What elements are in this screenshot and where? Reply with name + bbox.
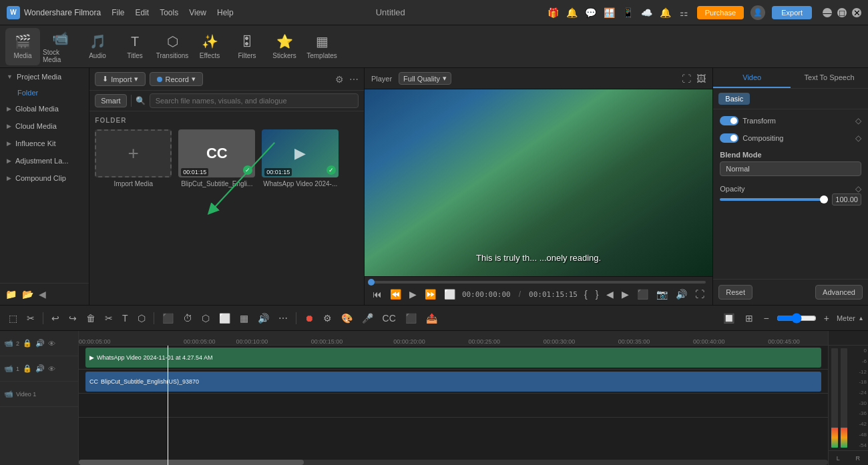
redo-button[interactable]: ↪: [65, 311, 80, 326]
bell-icon[interactable]: 🔔: [566, 7, 578, 19]
export-button[interactable]: Export: [772, 6, 812, 19]
gift-icon[interactable]: 🎁: [548, 7, 560, 19]
folder-new-icon[interactable]: 📂: [22, 289, 33, 300]
group-button[interactable]: ▦: [236, 311, 252, 326]
blend-mode-select[interactable]: NormalDissolveDarkenMultiplyColor BurnHa…: [720, 161, 861, 176]
subtitle-clip[interactable]: CC BlipCut_Subtitle_English(US)_93870: [85, 372, 821, 392]
trim-tool-button[interactable]: ✂: [23, 311, 38, 326]
menu-help[interactable]: Help: [217, 8, 234, 17]
track-lock-button2[interactable]: 🔒: [22, 364, 33, 374]
timeline-scrollbar[interactable]: [79, 460, 828, 465]
subtitle-button[interactable]: CC: [379, 311, 399, 326]
sidebar-item-global-media[interactable]: ▶ Global Media: [0, 100, 89, 117]
toolbar-transitions[interactable]: ⬡ Transitions: [155, 28, 190, 65]
record-tl-button[interactable]: ⏺: [301, 311, 317, 326]
bell2-icon[interactable]: 🔔: [660, 7, 672, 19]
transition-insert-button[interactable]: ⬡: [134, 311, 149, 326]
toolbar-audio[interactable]: 🎵 Audio: [80, 28, 115, 65]
output-button[interactable]: 📤: [423, 311, 441, 326]
toolbar-templates[interactable]: ▦ Templates: [304, 28, 339, 65]
sidebar-item-folder[interactable]: Folder: [0, 85, 89, 100]
track-eye-button2[interactable]: 👁: [47, 364, 56, 374]
fullscreen-button[interactable]: ⛶: [694, 288, 706, 301]
quality-select[interactable]: Full Quality ▾: [399, 72, 451, 85]
transform-keyframe-icon[interactable]: ◇: [855, 116, 861, 125]
duration-button[interactable]: ⏱: [180, 311, 196, 326]
grid-button[interactable]: ⊞: [742, 311, 756, 326]
track-mute-button[interactable]: 🔊: [35, 338, 45, 348]
list-item[interactable]: CC 00:01:15 ✓ BlipCut_Subtitle_Engli...: [178, 129, 255, 187]
toolbar-media[interactable]: 🎬 Media: [5, 28, 40, 65]
toolbar-filters[interactable]: 🎛 Filters: [230, 28, 264, 65]
import-button[interactable]: ⬇ Import ▾: [95, 72, 146, 86]
snapshot-button[interactable]: 📷: [655, 288, 669, 301]
menu-file[interactable]: File: [112, 8, 124, 17]
toolbar-stock-media[interactable]: 📹 Stock Media: [43, 28, 77, 65]
search-input[interactable]: [150, 93, 359, 108]
sidebar-item-cloud-media[interactable]: ▶ Cloud Media: [0, 117, 89, 135]
menu-view[interactable]: View: [189, 8, 206, 17]
prev-frame-button[interactable]: ◀: [605, 288, 615, 301]
text-button[interactable]: T: [119, 311, 132, 326]
collapse-icon[interactable]: ◀: [39, 289, 46, 300]
zoom-in-button[interactable]: +: [821, 311, 833, 326]
zoom-out-button[interactable]: −: [761, 311, 773, 326]
volume-button[interactable]: 🔊: [674, 288, 688, 301]
chat-icon[interactable]: 💬: [585, 7, 597, 19]
multi-track-button[interactable]: ⬛: [402, 311, 420, 326]
menu-tools[interactable]: Tools: [160, 8, 178, 17]
tab-video[interactable]: Video: [713, 68, 791, 88]
user-avatar[interactable]: 👤: [750, 5, 765, 20]
cut-button[interactable]: ✂: [101, 311, 116, 326]
skip-back-button[interactable]: ⏮: [371, 288, 383, 301]
step-back-button[interactable]: ⏪: [389, 288, 403, 301]
undo-button[interactable]: ↩: [48, 311, 63, 326]
advanced-button[interactable]: Advanced: [815, 285, 863, 300]
next-frame-button[interactable]: ▶: [620, 288, 630, 301]
progress-bar[interactable]: [371, 281, 706, 284]
cloud-icon[interactable]: ☁️: [641, 7, 653, 19]
opacity-slider[interactable]: [720, 198, 828, 201]
split-button[interactable]: ⬛: [636, 288, 650, 301]
play-button[interactable]: ▶: [408, 288, 418, 301]
audio-button[interactable]: 🔊: [254, 311, 272, 326]
mic-button[interactable]: 🎤: [359, 311, 377, 326]
close-button[interactable]: ✕: [852, 8, 861, 17]
split-clip-button[interactable]: ⬛: [159, 311, 177, 326]
minimize-button[interactable]: —: [823, 8, 832, 17]
sidebar-item-adjustment-layer[interactable]: ▶ Adjustment La...: [0, 152, 89, 169]
select-tool-button[interactable]: ⬚: [5, 311, 21, 326]
more-icon[interactable]: ⋯: [349, 74, 359, 85]
resize-icon[interactable]: ⛶: [682, 73, 691, 84]
fullscreen-preview-button[interactable]: ⬜: [443, 288, 457, 301]
toolbar-stickers[interactable]: ⭐ Stickers: [267, 28, 302, 65]
filter-icon[interactable]: ⚙: [335, 74, 344, 85]
tab-text-to-speech[interactable]: Text To Speech: [791, 68, 868, 88]
zoom-slider[interactable]: [777, 313, 817, 324]
video-clip[interactable]: ▶ WhatsApp Video 2024-11-01 at 4.27.54 A…: [85, 348, 821, 368]
compositing-toggle[interactable]: [720, 133, 738, 143]
step-forward-button[interactable]: ⏩: [423, 288, 437, 301]
smart-button[interactable]: Smart: [95, 94, 126, 107]
track-eye-button[interactable]: 👁: [47, 339, 56, 348]
transform-toggle[interactable]: [720, 116, 738, 125]
snap-button[interactable]: 🔲: [720, 311, 738, 326]
toolbar-effects[interactable]: ✨ Effects: [192, 28, 227, 65]
maximize-button[interactable]: □: [837, 8, 847, 17]
phone-icon[interactable]: 📱: [622, 7, 634, 19]
track-mute-button2[interactable]: 🔊: [35, 364, 45, 374]
sidebar-item-compound-clip[interactable]: ▶ Compound Clip: [0, 169, 89, 187]
toolbar-titles[interactable]: T Titles: [118, 28, 152, 65]
ai-button[interactable]: ⚙: [320, 311, 335, 326]
list-item[interactable]: + Import Media: [95, 129, 172, 187]
mark-in-button[interactable]: {: [583, 288, 589, 301]
track-lock-button[interactable]: 🔒: [22, 338, 33, 348]
delete-button[interactable]: 🗑: [83, 311, 99, 326]
list-item[interactable]: ▶ 00:01:15 ✓ WhatsApp Video 2024-...: [262, 129, 339, 187]
folder-add-icon[interactable]: 📁: [5, 289, 17, 300]
record-button[interactable]: Record ▾: [150, 72, 202, 86]
purchase-button[interactable]: Purchase: [697, 6, 744, 19]
apps-icon[interactable]: ⚏: [678, 7, 690, 19]
crop-button[interactable]: ⬜: [216, 311, 234, 326]
window-icon[interactable]: 🪟: [604, 7, 616, 19]
